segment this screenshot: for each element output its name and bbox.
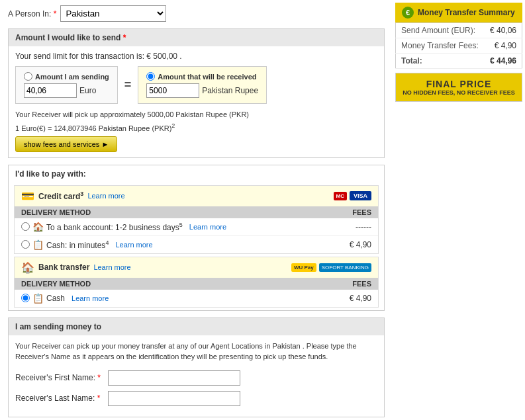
- summary-title: Money Transfer Summary: [418, 8, 515, 17]
- credit-card-delivery-header: DELIVERY METHOD FEES: [15, 206, 378, 218]
- final-price-box: FINAL PRICE NO HIDDEN FEES, NO RECEIVER …: [395, 73, 522, 102]
- receiving-amount-input[interactable]: 5000: [146, 83, 199, 98]
- bank-transfer-method: 🏠 Bank transfer Learn more WU Pay SOFORT…: [14, 257, 379, 308]
- credit-card-icons: MC VISA: [334, 191, 371, 200]
- last-name-label: Receiver's Last Name: *: [15, 394, 108, 403]
- final-price-subtitle: NO HIDDEN FEES, NO RECEIVER FEES: [401, 89, 516, 96]
- final-price-title: FINAL PRICE: [401, 79, 516, 89]
- cash-minutes-learn-more[interactable]: Learn more: [115, 241, 152, 249]
- first-name-label: Receiver's First Name: *: [15, 373, 108, 382]
- first-name-required: *: [97, 373, 101, 382]
- summary-row-send: Send Amount (EUR): € 40,06: [396, 23, 522, 38]
- wu-icon: WU Pay: [291, 263, 316, 272]
- receiver-info: Your Receiver will pick up approximately…: [15, 110, 377, 118]
- send-limit-text: Your send limit for this transaction is:…: [15, 52, 377, 61]
- sending-to-section: I am sending money to Your Receiver can …: [8, 317, 385, 417]
- required-marker: *: [54, 9, 57, 19]
- show-fees-button[interactable]: show fees and services ►: [15, 136, 117, 152]
- summary-panel: € Money Transfer Summary Send Amount (EU…: [393, 0, 525, 420]
- summary-header: € Money Transfer Summary: [395, 3, 522, 22]
- equals-sign: =: [124, 78, 132, 92]
- credit-card-learn-more[interactable]: Learn more: [87, 192, 124, 200]
- bank-cash-delivery-row: 📋 Cash Learn more € 4,90: [15, 290, 378, 307]
- amount-section: Amount I would like to send * Your send …: [8, 28, 385, 158]
- receiving-label: Amount that will be received: [158, 73, 256, 81]
- receiving-radio[interactable]: [146, 72, 155, 81]
- summary-row-fees: Money Transfer Fees: € 4,90: [396, 38, 522, 54]
- summary-fees-value: € 4,90: [485, 38, 522, 54]
- last-name-input[interactable]: [108, 391, 240, 406]
- summary-row-total: Total: € 44,96: [396, 54, 522, 69]
- sending-to-description: Your Receiver can pick up your money tra…: [15, 341, 377, 362]
- visa-icon: VISA: [350, 191, 371, 200]
- last-name-required: *: [97, 394, 101, 403]
- summary-euro-icon: €: [402, 7, 414, 19]
- bank-account-radio[interactable]: [21, 222, 30, 231]
- cash-minutes-fee: € 4,90: [350, 240, 371, 249]
- cash-minutes-delivery-row: 📋 Cash: in minutes4 Learn more € 4,90: [15, 236, 378, 253]
- credit-card-method: 💳 Credit card3 Learn more MC VISA DELIVE…: [14, 185, 379, 254]
- sending-option: Amount I am sending 40,06 Euro: [15, 66, 118, 104]
- summary-table: Send Amount (EUR): € 40,06 Money Transfe…: [395, 22, 522, 69]
- sending-currency: Euro: [79, 86, 96, 95]
- bank-cash-text: Cash: [46, 294, 65, 303]
- bank-account-delivery-row: 🏠 To a bank account: 1-2 business days5 …: [15, 218, 378, 236]
- bank-cash-learn-more[interactable]: Learn more: [72, 294, 109, 302]
- bank-transfer-header: 🏠 Bank transfer Learn more WU Pay SOFORT…: [15, 257, 378, 278]
- bank-transfer-title: Bank transfer: [38, 263, 89, 272]
- summary-send-label: Send Amount (EUR):: [396, 23, 485, 38]
- country-select[interactable]: Pakistan India Bangladesh Philippines: [60, 5, 166, 22]
- first-name-input[interactable]: [108, 370, 240, 386]
- last-name-row: Receiver's Last Name: *: [15, 391, 377, 406]
- bank-account-fee: ------: [356, 222, 371, 231]
- first-name-row: Receiver's First Name: *: [15, 370, 377, 386]
- sending-to-header: I am sending money to: [9, 318, 384, 335]
- sending-label: Amount I am sending: [35, 73, 109, 81]
- bank-transfer-delivery-header: DELIVERY METHOD FEES: [15, 278, 378, 290]
- pay-with-section: I'd like to pay with: 💳 Credit card3 Lea…: [8, 165, 385, 311]
- cash-minutes-radio[interactable]: [21, 240, 30, 249]
- sending-radio[interactable]: [24, 72, 32, 81]
- sofort-icon: SOFORT BANKING: [319, 263, 371, 272]
- bank-cash-fee: € 4,90: [350, 294, 371, 303]
- exchange-rate: 1 Euro(€) = 124,8073946 Pakistan Rupee (…: [15, 122, 377, 132]
- receiving-option: Amount that will be received 5000 Pakist…: [138, 66, 267, 104]
- bank-transfer-icons: WU Pay SOFORT BANKING: [291, 263, 371, 272]
- mastercard-icon: MC: [334, 192, 347, 200]
- credit-card-header: 💳 Credit card3 Learn more MC VISA: [15, 186, 378, 206]
- amount-header: Amount I would like to send *: [9, 29, 384, 46]
- summary-total-label: Total:: [396, 54, 485, 69]
- amount-required: *: [123, 33, 126, 42]
- receiving-currency: Pakistan Rupee: [202, 86, 258, 95]
- bank-transfer-learn-more[interactable]: Learn more: [93, 263, 130, 271]
- cash-minutes-text: Cash: in minutes4: [46, 239, 109, 250]
- bank-account-text: To a bank account: 1-2 business days5: [46, 222, 183, 232]
- pay-with-header: I'd like to pay with:: [9, 165, 384, 183]
- summary-fees-label: Money Transfer Fees:: [396, 38, 485, 54]
- summary-total-value: € 44,96: [485, 54, 522, 69]
- bank-account-learn-more[interactable]: Learn more: [189, 223, 226, 231]
- person-in-label: A Person In: *: [8, 9, 56, 19]
- summary-send-value: € 40,06: [485, 23, 522, 38]
- bank-cash-radio[interactable]: [21, 294, 30, 302]
- credit-card-title: Credit card3: [38, 190, 83, 201]
- sending-amount-input[interactable]: 40,06: [24, 83, 77, 98]
